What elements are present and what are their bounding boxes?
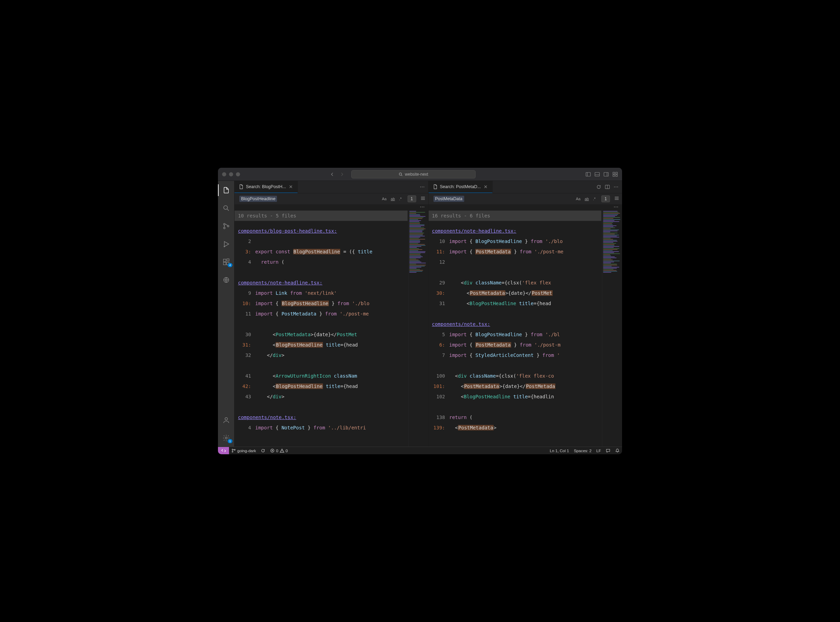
line-number: 102 <box>429 392 449 402</box>
sync-button[interactable] <box>258 448 268 453</box>
remote-indicator[interactable] <box>218 447 229 454</box>
panel-left-icon[interactable] <box>585 172 591 177</box>
result-line[interactable]: 9import Link from 'next/link' <box>235 288 408 298</box>
customize-layout-icon[interactable] <box>612 172 618 177</box>
search-term[interactable]: PostMetaData <box>434 196 464 202</box>
minimize-window-icon[interactable] <box>229 172 233 176</box>
result-line[interactable]: 12 <box>429 257 602 267</box>
notifications-icon[interactable] <box>613 448 622 453</box>
split-editor-icon[interactable] <box>605 184 610 189</box>
svg-point-20 <box>420 186 421 187</box>
result-line[interactable]: 30 <PostMetadata>{date}</PostMet <box>235 329 408 340</box>
editor-group-left: Search: BlogPostH... BlogPostHeadline Aa… <box>235 181 429 447</box>
search-results-tab[interactable]: Search: BlogPostH... <box>235 181 298 193</box>
regex-toggle[interactable]: .* <box>398 196 402 201</box>
refresh-icon[interactable] <box>596 184 601 189</box>
tab-label: Search: BlogPostH... <box>246 184 286 189</box>
match-case-toggle[interactable]: Aa <box>381 196 388 201</box>
search-menu-icon[interactable] <box>420 196 426 202</box>
result-file-path[interactable]: components/note.tsx: <box>429 319 602 329</box>
result-line[interactable]: 10:import { BlogPostHeadline } from './b… <box>235 298 408 309</box>
line-number: 9 <box>235 288 255 298</box>
close-icon[interactable] <box>289 184 293 189</box>
result-line[interactable]: 6:import { PostMetadata } from './post-m <box>429 340 602 350</box>
more-icon[interactable] <box>613 184 619 189</box>
extensions-icon[interactable]: 4 <box>218 256 235 268</box>
result-line[interactable]: 3:export const BlogPostHeadline = ({ tit… <box>235 247 408 257</box>
problems[interactable]: 0 0 <box>268 448 290 453</box>
result-line[interactable]: 41 <ArrowUturnRightIcon classNam <box>235 371 408 381</box>
result-line[interactable]: 30: <PostMetadata>{date}</PostMet <box>429 288 602 298</box>
line-code: <PostMetadata> <box>449 422 497 433</box>
more-icon[interactable] <box>613 204 619 209</box>
svg-point-24 <box>422 206 422 207</box>
search-menu-icon[interactable] <box>614 196 619 202</box>
result-line[interactable]: 139: <PostMetadata> <box>429 422 602 433</box>
command-center[interactable]: website-next <box>351 170 476 178</box>
result-line[interactable]: 32 </div> <box>235 350 408 360</box>
accounts-icon[interactable] <box>218 414 235 426</box>
line-code: import { BlogPostHeadline } from './blo <box>449 236 563 247</box>
close-window-icon[interactable] <box>222 172 226 176</box>
traffic-lights[interactable] <box>222 172 240 176</box>
match-case-toggle[interactable]: Aa <box>575 196 581 201</box>
result-line[interactable]: 10import { BlogPostHeadline } from './bl… <box>429 236 602 247</box>
result-file-path[interactable]: components/note-headline.tsx: <box>429 226 602 236</box>
run-debug-icon[interactable] <box>218 238 235 250</box>
minimap[interactable] <box>408 210 428 447</box>
regex-toggle[interactable]: .* <box>592 196 597 201</box>
result-file-path[interactable]: components/note-headline.tsx: <box>235 277 408 288</box>
explorer-view-icon[interactable] <box>218 184 235 196</box>
panel-bottom-icon[interactable] <box>594 172 600 177</box>
results-list[interactable]: components/note-headline.tsx:10import { … <box>429 223 602 447</box>
search-term[interactable]: BlogPostHeadline <box>239 196 277 202</box>
result-line[interactable]: 31 <BlogPostHeadline title={head <box>429 298 602 309</box>
file-icon <box>239 184 243 189</box>
source-control-icon[interactable] <box>218 220 235 232</box>
result-file-path[interactable]: components/note.tsx: <box>235 412 408 422</box>
result-line[interactable]: 4import { NotePost } from '../lib/entri <box>235 422 408 433</box>
result-line[interactable]: 2 <box>235 236 408 247</box>
more-icon[interactable] <box>420 204 425 209</box>
result-line[interactable]: 102 <BlogPostHeadline title={headlin <box>429 392 602 402</box>
minimap[interactable] <box>602 210 622 447</box>
panel-right-icon[interactable] <box>603 172 609 177</box>
result-line[interactable]: 101: <PostMetadata>{date}</PostMetada <box>429 381 602 392</box>
search-view-icon[interactable] <box>218 202 235 214</box>
result-line[interactable]: 100 <div className={clsx('flex flex-co <box>429 371 602 381</box>
result-line[interactable]: 7import { StyledArticleContent } from ' <box>429 350 602 360</box>
whole-word-toggle[interactable]: ab <box>584 196 590 201</box>
close-icon[interactable] <box>483 184 488 189</box>
line-code: <ArrowUturnRightIcon classNam <box>255 371 357 381</box>
results-summary: 16 results - 6 files <box>429 210 602 221</box>
eol[interactable]: LF <box>594 449 603 453</box>
result-line[interactable]: 42: <BlogPostHeadline title={head <box>235 381 408 392</box>
nav-forward-icon[interactable] <box>339 172 344 177</box>
whole-word-toggle[interactable]: ab <box>389 196 396 201</box>
result-line[interactable]: 31: <BlogPostHeadline title={head <box>235 340 408 350</box>
feedback-icon[interactable] <box>603 448 613 453</box>
context-lines[interactable]: 1 <box>408 195 416 202</box>
cursor-position[interactable]: Ln 1, Col 1 <box>547 449 572 453</box>
nav-back-icon[interactable] <box>330 172 335 177</box>
result-line[interactable]: 5import { BlogPostHeadline } from './bl <box>429 329 602 340</box>
environment-icon[interactable] <box>218 274 235 286</box>
result-line[interactable]: 11:import { PostMetadata } from './post-… <box>429 247 602 257</box>
result-line[interactable]: 29 <div className={clsx('flex flex <box>429 277 602 288</box>
result-file-path[interactable]: components/blog-post-headline.tsx: <box>235 226 408 236</box>
line-number: 2 <box>235 236 255 247</box>
search-results-tab[interactable]: Search: PostMetaD... <box>429 181 493 193</box>
result-line[interactable]: 11import { PostMetadata } from './post-m… <box>235 309 408 319</box>
settings-gear-icon[interactable]: 1 <box>218 432 235 444</box>
svg-point-18 <box>225 418 227 420</box>
indentation[interactable]: Spaces: 2 <box>571 449 594 453</box>
result-line[interactable]: 4 return ( <box>235 257 408 267</box>
context-lines[interactable]: 1 <box>601 195 610 202</box>
more-icon[interactable] <box>420 184 425 189</box>
result-line[interactable]: 138return ( <box>429 412 602 422</box>
git-branch[interactable]: going-dark <box>229 448 258 453</box>
result-line[interactable]: 43 </div> <box>235 392 408 402</box>
status-bar: going-dark 0 0 Ln 1, Col 1 Spaces: 2 LF <box>218 447 622 454</box>
results-list[interactable]: components/blog-post-headline.tsx:23:exp… <box>235 223 408 447</box>
zoom-window-icon[interactable] <box>236 172 240 176</box>
